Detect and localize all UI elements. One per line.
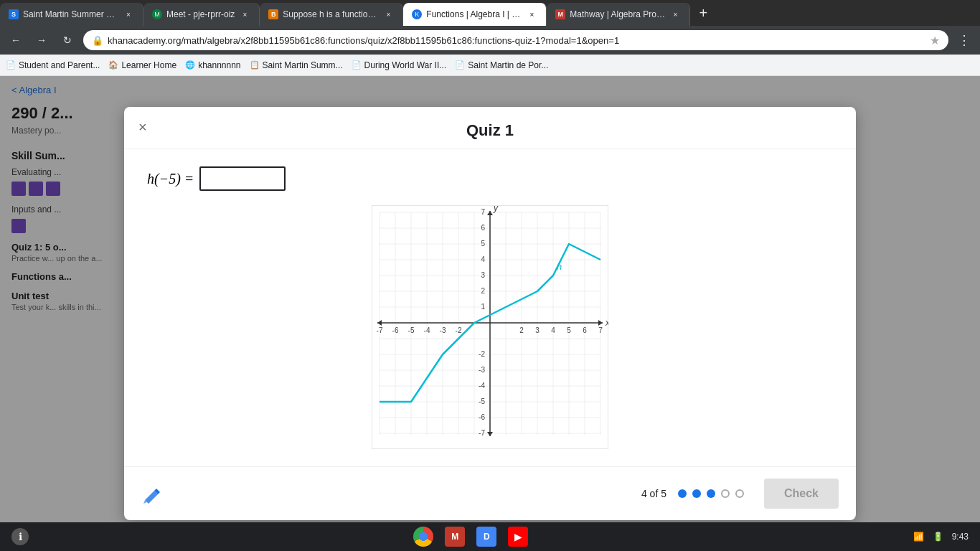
tab-meet[interactable]: M Meet - pje-rprr-oiz × bbox=[143, 3, 260, 26]
tab-title-3: Suppose h is a function such th... bbox=[283, 9, 378, 19]
quiz-modal: × Quiz 1 h(−5) = bbox=[124, 107, 856, 520]
refresh-button[interactable]: ↻ bbox=[57, 30, 77, 50]
svg-text:5: 5 bbox=[567, 326, 571, 334]
extensions-button[interactable]: ⋮ bbox=[954, 30, 974, 50]
modal-title: Quiz 1 bbox=[466, 121, 514, 140]
svg-text:h: h bbox=[557, 261, 562, 272]
taskbar-youtube-icon[interactable]: ▶ bbox=[508, 527, 528, 547]
progress-dot-2 bbox=[692, 489, 701, 498]
pencil-icon bbox=[141, 484, 163, 506]
svg-text:2: 2 bbox=[481, 287, 485, 295]
svg-text:y: y bbox=[493, 205, 499, 213]
forward-button[interactable]: → bbox=[32, 30, 52, 50]
progress-dot-4 bbox=[721, 489, 730, 498]
bookmark-khan[interactable]: 🌐 khannnnnn bbox=[185, 60, 240, 70]
svg-text:-5: -5 bbox=[479, 397, 485, 405]
tab-functions-active[interactable]: K Functions | Algebra I | Math | Ki... × bbox=[403, 3, 547, 26]
svg-text:6: 6 bbox=[481, 224, 485, 232]
answer-input[interactable] bbox=[199, 166, 286, 191]
tab-favicon-4: K bbox=[412, 9, 422, 19]
taskbar-time: 9:43 bbox=[952, 532, 969, 542]
tab-title-5: Mathway | Algebra Problem So... bbox=[570, 9, 665, 19]
bookmark-label-3: khannnnnn bbox=[198, 60, 240, 70]
new-tab-button[interactable]: + bbox=[693, 3, 713, 23]
bookmark-saint-martin-por[interactable]: 📄 Saint Martin de Por... bbox=[455, 60, 548, 70]
modal-overlay: × Quiz 1 h(−5) = bbox=[0, 76, 980, 551]
taskbar-info-icon[interactable]: ℹ bbox=[11, 528, 29, 545]
page-background: < Algebra I 290 / 2... Mastery po... Ski… bbox=[0, 76, 980, 551]
taskbar: ℹ M D ▶ 📶 🔋 9:43 bbox=[0, 522, 980, 551]
browser-chrome: S Saint Martin Summer School O... × M Me… bbox=[0, 0, 980, 76]
bookmark-label-5: During World War II... bbox=[364, 60, 447, 70]
pencil-icon-area[interactable] bbox=[141, 484, 163, 509]
svg-text:-7: -7 bbox=[377, 326, 383, 334]
svg-text:-3: -3 bbox=[440, 326, 446, 334]
modal-header: × Quiz 1 bbox=[124, 107, 856, 149]
progress-dot-1 bbox=[678, 489, 687, 498]
svg-text:-2: -2 bbox=[479, 350, 485, 358]
bookmark-label-1: Student and Parent... bbox=[19, 60, 100, 70]
bookmark-label-6: Saint Martin de Por... bbox=[468, 60, 548, 70]
svg-text:4: 4 bbox=[481, 255, 485, 263]
modal-footer: 4 of 5 Check bbox=[124, 466, 856, 520]
svg-text:2: 2 bbox=[519, 326, 524, 334]
taskbar-docs-icon[interactable]: D bbox=[476, 527, 496, 547]
tab-close-3[interactable]: × bbox=[382, 9, 394, 20]
svg-text:3: 3 bbox=[535, 326, 540, 334]
tab-close-4[interactable]: × bbox=[526, 9, 537, 20]
check-button[interactable]: Check bbox=[764, 479, 839, 509]
bookmark-label-2: Learner Home bbox=[121, 60, 176, 70]
svg-text:-2: -2 bbox=[456, 326, 462, 334]
svg-text:7: 7 bbox=[481, 208, 485, 216]
taskbar-gmail-icon[interactable]: M bbox=[445, 527, 465, 547]
svg-text:x: x bbox=[605, 318, 608, 328]
tab-bar: S Saint Martin Summer School O... × M Me… bbox=[0, 0, 980, 26]
tab-mathway[interactable]: M Mathway | Algebra Problem So... × bbox=[547, 3, 690, 26]
svg-text:5: 5 bbox=[481, 240, 485, 248]
progress-text: 4 of 5 bbox=[641, 488, 666, 499]
bookmarks-bar: 📄 Student and Parent... 🏠 Learner Home 🌐… bbox=[0, 55, 980, 76]
modal-body: h(−5) = bbox=[124, 149, 856, 466]
progress-dot-3 bbox=[707, 489, 715, 498]
formula-text: h(−5) = bbox=[147, 171, 194, 187]
svg-text:6: 6 bbox=[583, 326, 587, 334]
progress-dot-5 bbox=[735, 489, 744, 498]
function-graph: -7 -6 -5 -4 -3 -2 2 3 4 5 6 7 bbox=[372, 205, 608, 449]
wifi-icon: 📶 bbox=[913, 532, 924, 542]
graph-container: -7 -6 -5 -4 -3 -2 2 3 4 5 6 7 bbox=[147, 205, 833, 449]
tab-close-2[interactable]: × bbox=[239, 9, 250, 20]
svg-text:1: 1 bbox=[481, 303, 485, 311]
tab-favicon-3: B bbox=[268, 9, 278, 19]
svg-text:-6: -6 bbox=[392, 326, 399, 334]
tab-saint-martin[interactable]: S Saint Martin Summer School O... × bbox=[0, 3, 143, 26]
tab-favicon-1: S bbox=[9, 9, 19, 19]
tab-suppose[interactable]: B Suppose h is a function such th... × bbox=[260, 3, 403, 26]
svg-text:-6: -6 bbox=[479, 413, 485, 421]
progress-indicator: 4 of 5 bbox=[641, 488, 744, 499]
bookmark-student[interactable]: 📄 Student and Parent... bbox=[6, 60, 100, 70]
back-button[interactable]: ← bbox=[6, 30, 26, 50]
tab-title-4: Functions | Algebra I | Math | Ki... bbox=[426, 9, 522, 19]
address-bar[interactable]: 🔒 khanacademy.org/math/algebra/x2f8bb115… bbox=[83, 30, 948, 50]
svg-text:3: 3 bbox=[481, 271, 485, 279]
tab-close-1[interactable]: × bbox=[123, 9, 134, 20]
bookmark-label-4: Saint Martin Summ... bbox=[263, 60, 343, 70]
address-bar-row: ← → ↻ 🔒 khanacademy.org/math/algebra/x2f… bbox=[0, 26, 980, 55]
taskbar-chrome-icon[interactable] bbox=[413, 527, 433, 547]
tab-title-2: Meet - pje-rprr-oiz bbox=[166, 9, 235, 19]
taskbar-right: 📶 🔋 9:43 bbox=[913, 532, 969, 542]
tab-favicon-5: M bbox=[555, 9, 565, 19]
svg-text:-5: -5 bbox=[408, 326, 415, 334]
bookmark-saint-martin[interactable]: 📋 Saint Martin Summ... bbox=[250, 60, 343, 70]
tab-close-5[interactable]: × bbox=[669, 9, 681, 20]
battery-icon: 🔋 bbox=[933, 532, 943, 542]
bookmark-learner[interactable]: 🏠 Learner Home bbox=[108, 60, 176, 70]
svg-text:-4: -4 bbox=[479, 382, 485, 390]
taskbar-left: ℹ bbox=[11, 528, 29, 545]
svg-text:-4: -4 bbox=[424, 326, 430, 334]
bookmark-world-war[interactable]: 📄 During World War II... bbox=[352, 60, 447, 70]
question-formula: h(−5) = bbox=[147, 166, 833, 191]
svg-text:-7: -7 bbox=[479, 429, 485, 437]
tab-title-1: Saint Martin Summer School O... bbox=[23, 9, 118, 19]
modal-close-button[interactable]: × bbox=[138, 120, 147, 134]
